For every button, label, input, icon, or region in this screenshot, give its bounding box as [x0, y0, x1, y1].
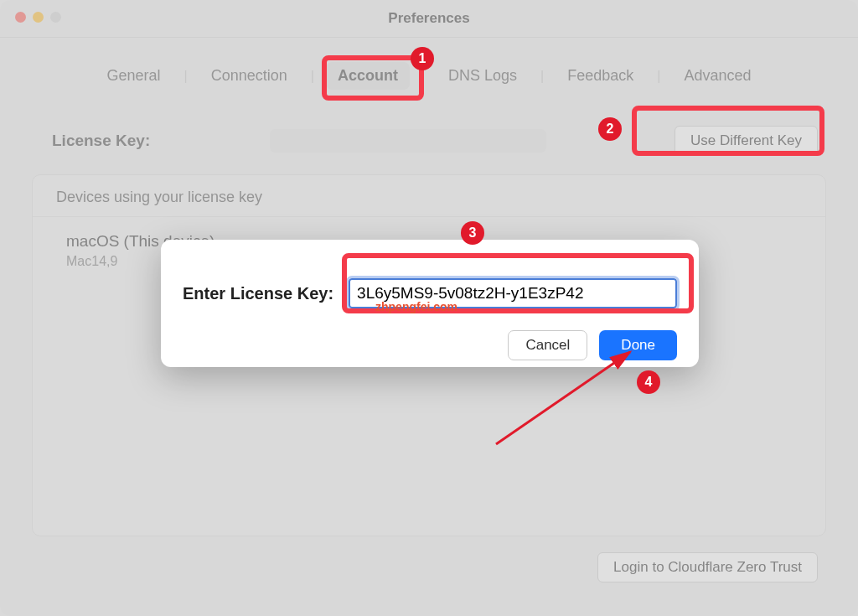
license-key-input[interactable] [349, 278, 677, 308]
footer: Login to Cloudflare Zero Trust [597, 552, 818, 582]
tab-advanced[interactable]: Advanced [672, 62, 762, 90]
license-key-field[interactable] [270, 129, 546, 153]
minimize-window-icon[interactable] [33, 12, 44, 23]
tab-separator: | [421, 69, 425, 84]
done-button[interactable]: Done [599, 330, 677, 360]
zoom-window-icon[interactable] [50, 12, 61, 23]
devices-header: Devices using your license key [33, 175, 825, 217]
tab-separator: | [657, 69, 660, 84]
login-zero-trust-button[interactable]: Login to Cloudflare Zero Trust [597, 552, 818, 582]
window-title: Preferences [0, 10, 858, 27]
titlebar: Preferences [0, 0, 858, 38]
tab-account[interactable]: Account [326, 62, 410, 90]
enter-license-key-dialog: Enter License Key: Cancel Done [161, 240, 699, 367]
tab-general[interactable]: General [95, 62, 172, 90]
enter-license-key-label: Enter License Key: [183, 284, 333, 303]
close-window-icon[interactable] [15, 12, 26, 23]
tab-separator: | [311, 69, 314, 84]
tab-separator: | [540, 69, 544, 84]
tab-dns-logs[interactable]: DNS Logs [437, 62, 529, 90]
license-key-row: License Key: Use Different Key [32, 114, 826, 168]
use-different-key-button[interactable]: Use Different Key [675, 126, 818, 156]
license-key-label: License Key: [52, 132, 150, 150]
traffic-lights [15, 12, 61, 23]
preferences-tabbar: General | Connection | Account | DNS Log… [0, 62, 858, 90]
cancel-button[interactable]: Cancel [508, 330, 587, 360]
tab-connection[interactable]: Connection [199, 62, 299, 90]
preferences-window: Preferences General | Connection | Accou… [0, 0, 858, 616]
tab-separator: | [184, 69, 188, 84]
tab-feedback[interactable]: Feedback [556, 62, 645, 90]
